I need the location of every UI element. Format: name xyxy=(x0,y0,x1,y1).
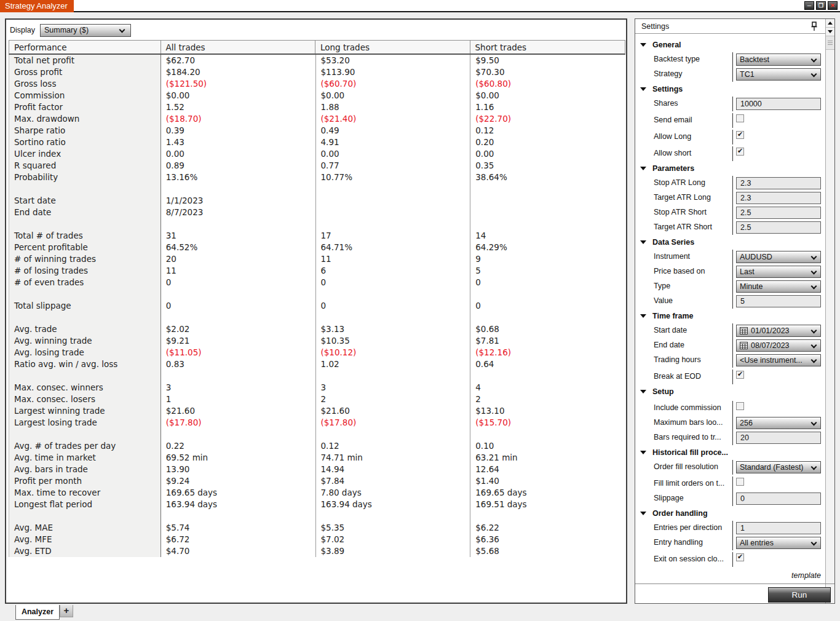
metric-value-cell xyxy=(161,183,316,195)
metric-label-cell: Max. drawdown xyxy=(9,113,161,125)
metric-value-cell: $7.84 xyxy=(316,475,471,487)
scroll-down-button[interactable] xyxy=(826,28,834,36)
table-body: Total net profit$62.70$53.20$9.50Gross p… xyxy=(9,55,625,557)
section-collapse-icon[interactable] xyxy=(640,87,646,91)
add-tab-button[interactable]: + xyxy=(60,605,73,617)
metric-value-cell xyxy=(470,207,625,218)
metric-label-cell: # of losing trades xyxy=(9,265,161,277)
settings-dropdown[interactable]: 08/07/2023 xyxy=(736,339,821,352)
section-collapse-icon[interactable] xyxy=(640,240,646,244)
section-collapse-icon[interactable] xyxy=(640,390,646,394)
metric-value-cell: $4.70 xyxy=(161,545,316,557)
section-collapse-icon[interactable] xyxy=(640,512,646,515)
settings-checkbox[interactable] xyxy=(736,114,744,122)
triangle-up-icon xyxy=(828,22,833,25)
analyzer-panel: Display Summary ($) Performance All trad… xyxy=(5,18,627,604)
property-separator xyxy=(732,294,733,309)
settings-checkbox[interactable] xyxy=(736,131,744,139)
metric-label-cell: Probability xyxy=(9,172,161,183)
settings-section-time-frame[interactable]: Time frame xyxy=(635,309,825,323)
settings-dropdown[interactable]: <Use instrument... xyxy=(736,354,821,366)
property-separator xyxy=(732,536,733,550)
settings-divider xyxy=(635,583,834,584)
settings-dropdown[interactable]: Minute xyxy=(736,280,821,293)
settings-dropdown[interactable]: Standard (Fastest) xyxy=(736,461,821,473)
settings-section-historical-fill-proce-[interactable]: Historical fill proce... xyxy=(635,445,825,460)
maximize-button[interactable]: ❐ xyxy=(816,1,826,10)
table-row: Start date1/1/2023 xyxy=(9,195,625,207)
table-row: Percent profitable64.52%64.71%64.29% xyxy=(9,242,625,253)
tab-analyzer[interactable]: Analyzer xyxy=(15,605,60,620)
settings-item-label: Bars required to tr... xyxy=(654,433,731,441)
settings-dropdown[interactable]: 01/01/2023 xyxy=(736,325,821,337)
section-collapse-icon[interactable] xyxy=(640,167,646,170)
settings-checkbox[interactable] xyxy=(736,371,744,379)
metric-label-cell: Gross loss xyxy=(9,78,161,90)
scroll-up-button[interactable] xyxy=(826,19,834,28)
scrollbar-thumb[interactable] xyxy=(826,36,834,50)
settings-text-input[interactable]: 5 xyxy=(736,295,821,307)
metric-value-cell: ($15.70) xyxy=(470,417,625,429)
settings-section-general[interactable]: General xyxy=(635,38,825,52)
settings-text-input[interactable]: 2.5 xyxy=(736,207,821,219)
settings-section-order-handling[interactable]: Order handling xyxy=(635,506,825,521)
settings-dropdown[interactable]: 256 xyxy=(736,417,821,429)
settings-dropdown[interactable]: AUDUSD xyxy=(736,251,821,263)
metric-label-cell: Avg. trade xyxy=(9,323,161,335)
template-link[interactable]: template xyxy=(791,571,821,580)
metric-value-cell xyxy=(316,370,471,382)
settings-text-input[interactable]: 0 xyxy=(736,492,821,505)
settings-dropdown[interactable]: All entries xyxy=(736,537,821,549)
settings-item-label: Backtest type xyxy=(654,55,731,63)
settings-dropdown[interactable]: Backtest xyxy=(736,53,821,66)
settings-dropdown[interactable]: Last xyxy=(736,266,821,278)
metric-value-cell: 0.35 xyxy=(470,160,625,172)
metric-value-cell: 169.51 days xyxy=(470,499,625,510)
window-controls: ─ ❐ ✕ xyxy=(804,1,838,10)
settings-text-input[interactable]: 10000 xyxy=(736,98,821,110)
metric-value-cell: $53.20 xyxy=(316,55,471,66)
metric-value-cell: $9.24 xyxy=(161,475,316,487)
metric-value-cell xyxy=(470,429,625,440)
settings-text-input[interactable]: 1 xyxy=(736,522,821,534)
close-button[interactable]: ✕ xyxy=(828,1,838,10)
settings-checkbox[interactable] xyxy=(736,553,744,561)
settings-section-setup[interactable]: Setup xyxy=(635,384,825,399)
run-button[interactable]: Run xyxy=(768,587,831,603)
settings-checkbox[interactable] xyxy=(736,478,744,486)
settings-text-input[interactable]: 2.3 xyxy=(736,192,821,204)
column-header-short-trades[interactable]: Short trades xyxy=(470,41,625,53)
section-collapse-icon[interactable] xyxy=(640,451,646,454)
metric-label-cell xyxy=(9,429,161,440)
settings-checkbox[interactable] xyxy=(736,148,744,156)
settings-dropdown[interactable]: TC1 xyxy=(736,68,821,81)
metric-value-cell: 64.52% xyxy=(161,242,316,253)
settings-section-data-series[interactable]: Data Series xyxy=(635,235,825,250)
settings-section-settings[interactable]: Settings xyxy=(635,82,825,97)
metric-value-cell: 4 xyxy=(470,382,625,394)
metric-value-cell: 38.64% xyxy=(470,172,625,183)
settings-section-parameters[interactable]: Parameters xyxy=(635,161,825,176)
settings-text-input[interactable]: 2.5 xyxy=(736,221,821,234)
settings-text-input[interactable]: 2.3 xyxy=(736,177,821,189)
settings-panel: Settings GeneralBacktest typeBacktestStr… xyxy=(635,18,835,604)
column-header-all-trades[interactable]: All trades xyxy=(161,41,316,53)
column-header-performance[interactable]: Performance xyxy=(9,41,161,53)
settings-scrollbar[interactable] xyxy=(825,19,834,603)
section-collapse-icon[interactable] xyxy=(640,43,646,47)
metric-value-cell: $6.36 xyxy=(470,534,625,545)
table-row: Avg. MFE$6.72$7.02$6.36 xyxy=(9,534,625,545)
display-dropdown[interactable]: Summary ($) xyxy=(40,24,131,37)
metric-value-cell: 0.64 xyxy=(470,358,625,370)
column-header-long-trades[interactable]: Long trades xyxy=(315,41,470,53)
settings-item-bars-required-to-tr-: Bars required to tr...20 xyxy=(635,430,825,445)
metric-value-cell: 14.94 xyxy=(316,464,471,475)
pin-icon[interactable] xyxy=(810,22,818,31)
section-collapse-icon[interactable] xyxy=(640,314,646,318)
settings-text-input[interactable]: 20 xyxy=(736,432,821,444)
settings-item-break-at-eod: Break at EOD xyxy=(635,370,825,384)
minimize-button[interactable]: ─ xyxy=(804,1,814,10)
table-row: # of even trades000 xyxy=(9,277,625,288)
metric-label-cell: Max. time to recover xyxy=(9,487,161,499)
settings-checkbox[interactable] xyxy=(736,402,744,410)
